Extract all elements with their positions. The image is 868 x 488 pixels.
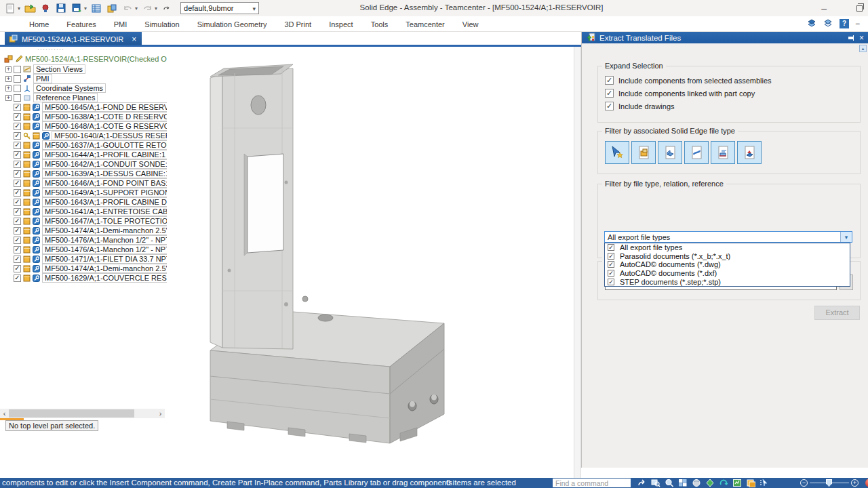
pathfinder-part-row[interactable]: MF500-1474/A;1-Demi-manchon 2.5" - NPT:2: [0, 264, 167, 273]
pathfinder-part-row[interactable]: MF500-1649/A;1-SUPPORT PIGNON:1: [0, 188, 167, 197]
checkbox[interactable]: [14, 161, 21, 168]
new-document-icon[interactable]: [4, 2, 16, 14]
pathfinder-folder-section-views[interactable]: Section Views: [0, 64, 106, 74]
filter-weldment-button[interactable]: [737, 141, 762, 164]
file-type-option-2[interactable]: AutoCAD© documents (*.dwg): [605, 260, 850, 269]
dialog-close-icon[interactable]: [859, 35, 864, 41]
collapse-ribbon-icon[interactable]: [855, 19, 860, 28]
pathfinder-part-row[interactable]: MF500-1638/A;1-COTE D RESERVOIR:1: [0, 112, 167, 121]
minimize-button[interactable]: [821, 3, 827, 14]
checkbox[interactable]: [14, 246, 21, 253]
command-finder-input[interactable]: [553, 479, 631, 487]
checkbox[interactable]: [14, 94, 21, 102]
checkbox[interactable]: [14, 237, 21, 244]
zoom-icon[interactable]: [665, 479, 674, 487]
pathfinder-part-row[interactable]: MF500-1647/A;1-TOLE PROTECTION SURVER: [0, 216, 167, 226]
save-as-icon[interactable]: [71, 2, 83, 14]
checkbox[interactable]: [14, 104, 21, 111]
pathfinder-part-row[interactable]: MF500-1476/A;1-Manchon 1/2" - NPT:1: [0, 235, 167, 245]
checkbox[interactable]: [14, 218, 21, 225]
pathfinder-part-row[interactable]: MF500-1644/A;1-PROFIL CABINE:1: [0, 150, 167, 159]
rotate-icon[interactable]: [719, 479, 728, 487]
flip-view-icon[interactable]: [637, 479, 647, 487]
filter-select-all-button[interactable]: [605, 141, 629, 164]
pathfinder-part-row[interactable]: MF500-1642/A;1-CONDUIT SONDE:1: [0, 159, 167, 169]
close-tab-icon[interactable]: [132, 35, 136, 43]
pathfinder-part-row[interactable]: MF500-1640/A;1-DESSUS RESERVOIR:1: [0, 131, 167, 140]
help-icon[interactable]: [840, 19, 849, 28]
new-document-dropdown-icon[interactable]: ▾: [18, 5, 20, 12]
ribbon-tab-features[interactable]: Features: [58, 20, 104, 28]
pathfinder-part-row[interactable]: MF500-1474/A;1-Demi-manchon 2.5" - NPT:1: [0, 226, 167, 235]
ribbon-tab-home[interactable]: Home: [20, 20, 58, 28]
checkbox[interactable]: [608, 261, 614, 268]
zoom-slider-thumb[interactable]: [826, 479, 832, 487]
file-type-option-3[interactable]: AutoCAD© documents (*.dxf): [605, 269, 850, 278]
checkbox[interactable]: [14, 208, 21, 216]
zoom-slider[interactable]: [810, 483, 849, 483]
pathfinder-part-row[interactable]: MF500-1476/A;1-Manchon 1/2" - NPT:2: [0, 245, 167, 254]
select-tool-icon[interactable]: [760, 479, 769, 487]
checkbox[interactable]: [14, 227, 21, 235]
dialog-scroll-up-icon[interactable]: [859, 45, 867, 52]
file-type-option-1[interactable]: Parasolid documents (*.x_b;*.x_t): [605, 252, 850, 261]
pathfinder-hscrollbar[interactable]: [0, 409, 165, 418]
status-sphere-icon[interactable]: [865, 479, 868, 487]
open-icon[interactable]: [24, 2, 36, 14]
checkbox[interactable]: [14, 180, 21, 187]
checkbox[interactable]: [14, 151, 21, 159]
export-file-types-combo[interactable]: All export file types: [604, 231, 852, 243]
pathfinder-folder-pmi[interactable]: PMI: [0, 74, 106, 83]
ribbon-tab-teamcenter[interactable]: Teamcenter: [397, 20, 453, 28]
zoom-out-button[interactable]: −: [800, 479, 808, 487]
checkbox[interactable]: [608, 270, 614, 277]
checkbox[interactable]: [14, 85, 21, 92]
dialog-pin-icon[interactable]: [848, 35, 855, 41]
checkbox[interactable]: [14, 274, 21, 282]
ribbon-tab-pmi[interactable]: PMI: [105, 20, 136, 28]
checkbox[interactable]: [14, 265, 21, 272]
checkbox[interactable]: [605, 76, 614, 85]
ribbon-tab-simulation[interactable]: Simulation: [136, 20, 188, 28]
ribbon-tab-simulation-geometry[interactable]: Simulation Geometry: [189, 20, 276, 28]
checkbox[interactable]: [605, 89, 614, 98]
switch-windows-icon[interactable]: [807, 18, 817, 28]
ribbon-tab-tools[interactable]: Tools: [362, 20, 397, 28]
checkbox[interactable]: [14, 189, 21, 197]
checkbox[interactable]: [608, 279, 614, 285]
file-type-option-0[interactable]: All export file types: [605, 243, 850, 252]
checkbox[interactable]: [605, 102, 614, 110]
view-overrides-icon[interactable]: [732, 479, 742, 487]
checkbox[interactable]: [14, 132, 21, 140]
arrange-windows-icon[interactable]: [823, 18, 833, 28]
pathfinder-folder-reference-planes[interactable]: Reference Planes: [0, 93, 106, 102]
combo-dropdown-icon[interactable]: [840, 232, 852, 242]
filter-sheet-metal-button[interactable]: [684, 141, 709, 164]
restore-button[interactable]: [856, 5, 863, 12]
expand-option-1[interactable]: Include components linked with part copy: [605, 89, 860, 98]
scrollbar-track[interactable]: [9, 409, 156, 418]
cache-assistant-icon[interactable]: [39, 2, 52, 14]
pathfinder-part-row[interactable]: MF500-1648/A;1-COTE G RESERVOIR:1: [0, 121, 167, 131]
pathfinder-part-row[interactable]: MF500-1471/A;1-FILET DIA 33.7 NPT:1: [0, 254, 167, 264]
expand-icon[interactable]: [5, 66, 12, 73]
checkbox[interactable]: [608, 244, 614, 251]
checkbox[interactable]: [14, 66, 21, 73]
pathfinder-part-row[interactable]: MF500-1645/A;1-FOND DE RESERVOIR:1: [0, 102, 167, 112]
checkbox[interactable]: [608, 253, 614, 260]
scroll-right-icon[interactable]: [156, 409, 165, 418]
document-tab[interactable]: MF500-1524/A;1-RESERVOIR: [5, 32, 142, 46]
checkbox[interactable]: [14, 170, 21, 178]
zoom-area-icon[interactable]: [651, 479, 660, 487]
pathfinder-part-row[interactable]: MF500-1637/A;1-GOULOTTE RETOUR RESERV: [0, 140, 167, 150]
zoom-in-button[interactable]: +: [851, 479, 859, 487]
save-dropdown-icon[interactable]: ▾: [84, 5, 87, 12]
checkbox[interactable]: [14, 123, 21, 130]
pathfinder-part-row[interactable]: MF500-1641/A;1-ENTRETOISE CABINE:1: [0, 207, 167, 216]
expand-icon[interactable]: [5, 85, 12, 92]
pathfinder-part-row[interactable]: MF500-1629/A;1-COUVERCLE RESERVOIR:1(N: [0, 273, 167, 283]
extract-button[interactable]: Extract: [814, 306, 860, 320]
scroll-left-icon[interactable]: [0, 409, 9, 418]
ribbon-tab-3d-print[interactable]: 3D Print: [275, 20, 320, 28]
fit-icon[interactable]: [678, 479, 688, 487]
